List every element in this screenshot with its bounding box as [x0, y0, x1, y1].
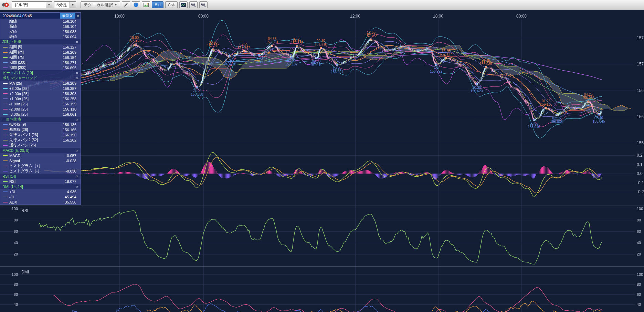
- grid-chart-button[interactable]: [179, 1, 188, 8]
- indicator-color-swatch: [3, 52, 8, 53]
- close-icon[interactable]: ×: [75, 76, 79, 80]
- indicator-label: 期間 [100]: [9, 60, 63, 65]
- technical-select-button[interactable]: テクニカル選択 ▼: [81, 1, 120, 8]
- indicator-label: 基準線 [26]: [9, 127, 63, 132]
- section-label: RSI [14]: [2, 174, 75, 178]
- timeframe-value: 5分足: [54, 2, 70, 8]
- indicator-color-swatch: [3, 93, 8, 94]
- indicator-value: -0.057: [66, 154, 79, 158]
- dmi-panel-canvas[interactable]: [0, 267, 644, 312]
- technical-select-label: テクニカル選択: [84, 2, 113, 8]
- info-panel: 2024/06/04 05:45 最新足 × 始値156.104高値156.10…: [0, 12, 81, 205]
- panel-indicator-row: 先行スパン1 [26]156.190: [0, 132, 81, 137]
- indicator-label: 高値: [9, 24, 63, 29]
- panel-indicator-row: 遅行スパン [26]: [0, 143, 81, 148]
- indicator-color-swatch: [3, 181, 8, 182]
- indicator-label: 遅行スパン [26]: [9, 143, 76, 148]
- indicator-value: 156.088: [63, 30, 79, 34]
- panel-indicator-row: +1.00σ [25]156.258: [0, 96, 81, 101]
- currency-pair-select[interactable]: ドル/円 ▼: [12, 1, 52, 8]
- indicator-label: 安値: [9, 29, 63, 34]
- indicator-value: 156.110: [63, 107, 79, 111]
- indicator-color-swatch: [3, 135, 8, 135]
- image-icon: [144, 3, 149, 7]
- indicator-value: 156.209: [63, 50, 79, 54]
- indicator-color-swatch: [3, 202, 8, 202]
- panel-indicator-row: MA [25]156.209: [0, 81, 81, 86]
- indicator-label: -3.00σ [25]: [9, 112, 63, 116]
- panel-indicator-row: 基準線 [26]156.166: [0, 127, 81, 132]
- info-button[interactable]: [132, 1, 140, 8]
- indicator-color-swatch: [3, 31, 8, 32]
- panel-indicator-row: -DI45.494: [0, 194, 81, 199]
- indicator-label: 先行スパン2 [52]: [9, 137, 63, 143]
- indicator-color-swatch: [3, 47, 8, 48]
- main-chart-canvas[interactable]: [0, 10, 644, 206]
- panel-indicator-row: ADX35.556: [0, 199, 81, 205]
- indicator-color-swatch: [3, 145, 8, 146]
- chart-image-button[interactable]: [142, 1, 150, 8]
- chevron-down-icon: ▼: [114, 3, 117, 7]
- indicator-label: 始値: [9, 19, 63, 24]
- close-icon[interactable]: ×: [75, 117, 79, 122]
- close-icon[interactable]: ×: [75, 174, 79, 178]
- indicator-color-swatch: [3, 140, 8, 141]
- panel-indicator-row: +DI4.936: [0, 189, 81, 194]
- indicator-color-swatch: [3, 67, 8, 68]
- toolbar: ドル/円 ▼ 5分足 ▼ テクニカル選択 ▼: [0, 0, 644, 10]
- timeframe-select[interactable]: 5分足 ▼: [54, 1, 76, 8]
- panel-indicator-row: Signal-0.028: [0, 158, 81, 163]
- panel-section-header: 移動平均線×: [0, 39, 81, 44]
- indicator-color-swatch: [3, 83, 8, 84]
- indicator-color-swatch: [3, 104, 8, 104]
- indicator-label: ヒストグラム（-）: [9, 168, 66, 174]
- chevron-down-icon[interactable]: ▼: [70, 2, 76, 8]
- zoom-out-icon: [191, 2, 196, 7]
- indicator-value: 156.127: [63, 45, 79, 49]
- indicator-value: 156.159: [63, 102, 79, 106]
- indicator-value: 156.094: [63, 35, 79, 39]
- indicator-label: 終値: [9, 34, 63, 39]
- close-icon[interactable]: ×: [75, 14, 81, 18]
- indicator-color-swatch: [3, 21, 8, 22]
- panel-section-header: RSI [14]×: [0, 174, 81, 179]
- indicator-label: MA [25]: [9, 81, 63, 85]
- zoom-in-button[interactable]: [199, 1, 208, 8]
- current-bar-datetime: 2024/06/04 05:45: [0, 14, 60, 18]
- indicator-value: 156.104: [63, 24, 79, 29]
- indicator-label: 期間 [5]: [9, 44, 63, 50]
- panel-indicator-row: -3.00σ [25]156.061: [0, 112, 81, 117]
- ask-button[interactable]: Ask: [165, 1, 178, 8]
- indicator-value: 156.202: [63, 138, 79, 142]
- section-label: 移動平均線: [2, 39, 75, 44]
- latest-bar-badge[interactable]: 最新足: [60, 13, 75, 19]
- section-label: ボリンジャーバンド: [2, 75, 75, 81]
- close-icon[interactable]: ×: [75, 148, 79, 153]
- candle-chart-icon: [181, 3, 186, 7]
- panel-section-header: 一目均衡表×: [0, 117, 81, 122]
- indicator-color-swatch: [3, 155, 8, 156]
- panel-indicator-row: 安値156.088: [0, 29, 81, 34]
- section-label: DMI [14, 14]: [2, 185, 75, 189]
- rsi-panel-canvas[interactable]: [0, 206, 644, 266]
- bid-button[interactable]: Bid: [152, 1, 163, 8]
- indicator-value: 156.061: [63, 112, 79, 116]
- close-icon[interactable]: ×: [75, 71, 79, 75]
- indicator-color-swatch: [3, 26, 8, 27]
- close-icon[interactable]: ×: [75, 185, 79, 189]
- close-icon[interactable]: ×: [75, 40, 79, 44]
- zoom-out-button[interactable]: [189, 1, 198, 8]
- indicator-color-swatch: [3, 98, 8, 99]
- info-panel-header: 2024/06/04 05:45 最新足 ×: [0, 13, 81, 19]
- chevron-down-icon[interactable]: ▼: [46, 2, 52, 8]
- section-label: ピークボトム [10]: [2, 70, 75, 75]
- panel-indicator-row: 期間 [5]156.127: [0, 44, 81, 50]
- indicator-color-swatch: [3, 57, 8, 58]
- draw-pencil-button[interactable]: [122, 1, 130, 8]
- panel-indicator-row: 始値156.104: [0, 19, 81, 24]
- indicator-value: 156.308: [63, 92, 79, 96]
- indicator-value: 156.357: [63, 86, 79, 91]
- indicator-color-swatch: [3, 171, 8, 171]
- panel-indicator-row: 終値156.094: [0, 34, 81, 39]
- indicator-value: 156.258: [63, 97, 79, 101]
